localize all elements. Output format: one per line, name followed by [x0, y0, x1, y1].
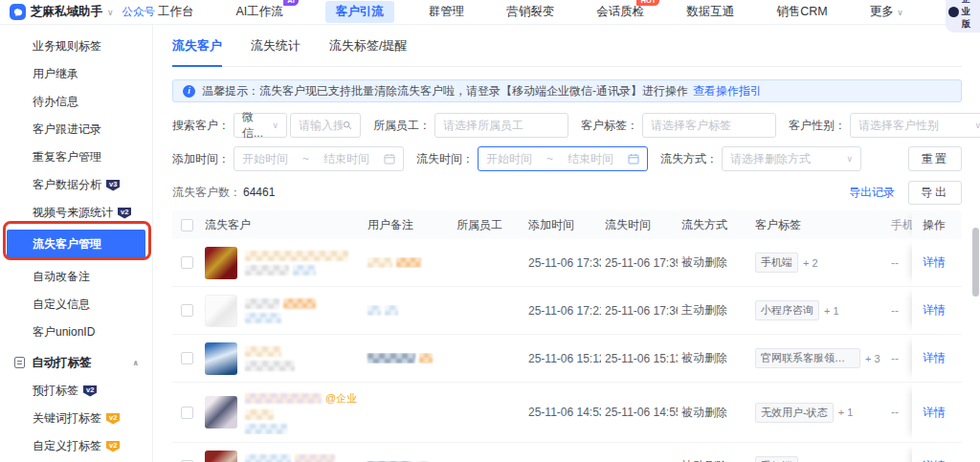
nav-marketing-fission[interactable]: 营销裂变 [506, 4, 554, 20]
sidebar-item-user-inherit[interactable]: 用户继承 [0, 60, 152, 88]
sidebar-item-todo-info[interactable]: 待办信息 [0, 88, 152, 116]
redacted-text [245, 361, 295, 371]
customer-tag: 手机端 [755, 456, 798, 462]
customer-tag: 无效用户-状态 [755, 403, 834, 423]
vertical-scrollbar[interactable] [972, 25, 979, 462]
col-user-remark: 用户备注 [364, 217, 453, 233]
export-button[interactable]: 导出 [908, 181, 962, 205]
chevron-down-icon: ∨ [268, 121, 278, 130]
row-checkbox[interactable] [181, 304, 193, 317]
redacted-remark [385, 305, 398, 316]
sidebar-item-custom-info[interactable]: 自定义信息 [0, 291, 152, 319]
churn-time-range-picker[interactable]: 开始时间 ~ 结束时间 [478, 146, 648, 171]
churn-count-label: 流失客户数： [172, 185, 241, 201]
search-type-select[interactable]: 微信...∨ [234, 113, 287, 138]
sidebar-item-video-source-stats[interactable]: 视频号来源统计v2 [0, 199, 152, 227]
redacted-name [245, 346, 281, 357]
nav-group-management[interactable]: 群管理 [429, 4, 465, 20]
scrollbar-thumb[interactable] [972, 228, 979, 297]
tab-churned-customers[interactable]: 流失客户 [172, 37, 222, 67]
customer-avatar [205, 295, 237, 327]
sidebar-item-business-rule-tags[interactable]: 业务规则标签 [0, 33, 152, 60]
churn-way-label: 流失方式： [660, 151, 718, 167]
sidebar: 业务规则标签 用户继承 待办信息 客户跟进记录 重复客户管理 客户数据分析v3 … [0, 25, 153, 462]
search-input[interactable] [299, 119, 343, 132]
redacted-name [283, 298, 316, 309]
nav-workbench[interactable]: 工作台 [158, 4, 194, 20]
sidebar-item-pre-tagging[interactable]: 预打标签v2 [0, 377, 152, 405]
tab-churn-tags-reminder[interactable]: 流失标签/提醒 [329, 37, 408, 66]
reset-button[interactable]: 重置 [908, 146, 962, 171]
select-all-checkbox[interactable] [181, 219, 193, 231]
churn-time: 25-11-06 15:13 [601, 352, 678, 365]
notice-text: 温馨提示：流失客户现已支持批量清除流失客户啦，请登录【移动端企业微信-通讯录】进… [202, 83, 688, 99]
filter-panel: 搜索客户： 微信...∨ 所属员工： 请选择所属员工 客户标签： 请选择客户标签… [172, 113, 962, 171]
brand[interactable]: 芝麻私域助手 ∨ 公众号 [0, 4, 158, 20]
main-nav: 工作台 AI工作流AI 客户引流 群管理 营销裂变 会话质检HOT 数据互通 销… [158, 1, 946, 23]
sidebar-item-auto-remark[interactable]: 自动改备注 [0, 263, 152, 291]
customer-tag-select[interactable]: 请选择客户标签 [642, 113, 776, 138]
col-churn-way: 流失方式 [678, 217, 751, 233]
version-shield-icon: v3 [106, 180, 120, 191]
version-shield-icon: v2 [118, 208, 131, 219]
churn-time: 25-11-06 17:36 [601, 304, 678, 318]
sidebar-item-custom-tagging[interactable]: 自定义打标签v2 [0, 432, 152, 460]
col-phone: 手机号 [887, 217, 912, 233]
table-row: 25-11-06 14:05 25-11-06 15:02 被动删除 手机端+ … [172, 443, 962, 462]
row-checkbox[interactable] [181, 256, 193, 269]
nav-sales-crm[interactable]: 销售CRM [776, 4, 827, 20]
search-input-box[interactable] [290, 113, 361, 138]
row-checkbox[interactable] [181, 352, 193, 364]
redacted-name [245, 251, 348, 261]
redacted-text [245, 265, 289, 275]
chevron-up-icon[interactable]: ∧ [133, 359, 140, 367]
nav-ai-workflow[interactable]: AI工作流AI [236, 4, 283, 20]
sidebar-item-unionid[interactable]: 客户unionID [0, 319, 152, 346]
redacted-remark [396, 257, 421, 268]
churn-way: 主动删除 [678, 302, 751, 319]
detail-link[interactable]: 详情 [923, 254, 946, 271]
churn-way-select[interactable]: 请选择删除方式∨ [722, 146, 861, 171]
export-record-link[interactable]: 导出记录 [849, 185, 895, 201]
sidebar-item-churned-customer-management[interactable]: 流失客户管理 [7, 230, 145, 258]
gender-select[interactable]: 请选择客户性别∨ [850, 113, 980, 138]
nav-customer-acquisition[interactable]: 客户引流 [325, 1, 394, 23]
sidebar-item-customer-analytics[interactable]: 客户数据分析v3 [0, 171, 152, 199]
document-icon [14, 357, 25, 368]
notice-guide-link[interactable]: 查看操作指引 [693, 83, 762, 99]
add-time-range-picker[interactable]: 开始时间 ~ 结束时间 [234, 146, 404, 171]
churn-time-label: 流失时间： [416, 151, 474, 167]
detail-link[interactable]: 详情 [923, 302, 946, 319]
main-content: 流失客户 流失统计 流失标签/提醒 i 温馨提示：流失客户现已支持批量清除流失客… [154, 25, 980, 462]
tag-more-count: + 2 [803, 257, 818, 269]
redacted-remark [368, 257, 392, 268]
sidebar-section-auto-tagging[interactable]: 自动打标签 ∧ [0, 348, 152, 377]
customer-tag: 小程序咨询 [755, 300, 819, 320]
detail-link[interactable]: 详情 [923, 350, 946, 366]
customer-tag-label: 客户标签： [581, 118, 638, 134]
churn-count-value: 64461 [243, 186, 275, 199]
add-time: 25-11-06 15:12 [524, 352, 601, 365]
sidebar-item-duplicate-customers[interactable]: 重复客户管理 [0, 143, 152, 171]
row-checkbox[interactable] [181, 407, 193, 419]
nav-chat-inspection[interactable]: 会话质检HOT [596, 4, 644, 20]
tab-churn-statistics[interactable]: 流失统计 [251, 37, 301, 66]
customer-tag: 官网联系客服领四重好礼 [755, 348, 860, 368]
app-title: 芝麻私域助手 [31, 4, 102, 20]
version-shield-icon: v2 [106, 441, 120, 452]
account-type-link[interactable]: 公众号 [122, 5, 156, 19]
detail-link[interactable]: 详情 [923, 458, 946, 462]
add-time-label: 添加时间： [172, 151, 230, 167]
customer-avatar [205, 396, 237, 429]
detail-link[interactable]: 详情 [923, 405, 946, 421]
staff-select[interactable]: 请选择所属员工 [434, 113, 568, 138]
nav-more[interactable]: 更多 ∨ [870, 4, 903, 20]
chevron-down-icon[interactable]: ∨ [107, 8, 114, 17]
col-add-time: 添加时间 [524, 217, 601, 233]
sidebar-item-keyword-tagging[interactable]: 关键词打标签v2 [0, 405, 152, 432]
nav-data-interop[interactable]: 数据互通 [686, 4, 734, 20]
filter-row-2: 添加时间： 开始时间 ~ 结束时间 流失时间： 开始时间 ~ 结束时间 流失方式… [172, 146, 962, 171]
summary-bar: 流失客户数： 64461 导出记录 导出 [172, 180, 962, 205]
sidebar-item-followup-records[interactable]: 客户跟进记录 [0, 116, 152, 143]
redacted-name [245, 393, 322, 404]
